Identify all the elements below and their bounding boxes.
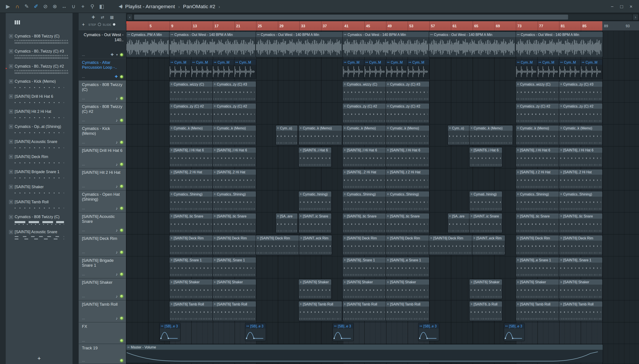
picker-add-button[interactable]: +	[38, 355, 41, 362]
track-menu-dots[interactable]: ...	[82, 141, 85, 144]
speaker-icon[interactable]: ◀)	[119, 4, 122, 9]
track-header[interactable]: Cymatics - Altar Percussion Loop -.....✚	[79, 58, 126, 80]
clip[interactable]: ≡[SAINT6]..tic Snare	[559, 213, 602, 233]
zoom-icon[interactable]: ⚲	[88, 3, 97, 10]
clip[interactable]: ↦Cym..M	[386, 60, 407, 79]
clip[interactable]: ≡[SAINT6] Tamb Roll	[299, 301, 342, 321]
clip[interactable]: ↦Cym..M	[191, 60, 213, 79]
track-header[interactable]: [SAINT6] Deck Rim...♪	[79, 234, 126, 256]
track-enable-led[interactable]	[120, 163, 123, 166]
track-enable-led[interactable]	[120, 119, 123, 122]
stretch-icon[interactable]: ↔	[60, 3, 69, 10]
clip[interactable]: ↦Cymatics - Out West - 140 BPM A Min	[516, 32, 603, 57]
clip[interactable]: ≡[SAINT..eck Rim	[472, 236, 505, 255]
clip[interactable]: ≡[SAINT6..b Roll	[469, 301, 502, 321]
clip[interactable]: ≡Cymatics..wizzy (C)	[170, 81, 213, 101]
step-toggle[interactable]	[98, 23, 101, 26]
track-lane[interactable]: ≡[SAINT6]..2 Hi Hat≡[SAINT6]..2 Hi Hat≡[…	[126, 168, 639, 190]
track-header[interactable]: Cymatics - 808 Twizzy (C) #2...♪	[79, 103, 126, 124]
clip[interactable]: ≡[SAINT6]..l Hi Hat 6	[386, 148, 429, 167]
picker-item[interactable]: ▶≡Cymatics - 80..Twizzy (C) #2	[6, 63, 73, 78]
track-menu-dots[interactable]: ...	[82, 339, 85, 342]
clip[interactable]: ≡Cymatics..Shining)	[343, 191, 386, 211]
track-menu-dots[interactable]: ...	[82, 75, 85, 78]
track-header[interactable]: [SAINT6] Shaker...♪	[79, 278, 126, 300]
track-header[interactable]: Cymatics - Out West - 140.....✚▾	[79, 31, 126, 59]
clip[interactable]: ≡[SAINT..ic Snare	[299, 213, 331, 233]
clip[interactable]: ≡Cymatics..Shining)	[559, 191, 602, 211]
track-enable-led[interactable]	[120, 359, 123, 362]
headphones-icon[interactable]: ∩	[13, 3, 22, 10]
clip[interactable]: ≡[SAINT6] Deck Rim	[256, 236, 299, 255]
clip[interactable]: ≡[SAINT6] Shaker	[386, 279, 429, 299]
timeline-ruler[interactable]: 5913172125293337414549535761656973778185…	[126, 21, 639, 31]
clip[interactable]: ↦Cymatics - Out West - 140 BPM A Min	[170, 32, 256, 57]
picker-item[interactable]: ≡[SAINT6] Brigade Snare 1	[6, 168, 73, 183]
clip[interactable]: ≡[SAINT6] Deck Rim	[170, 236, 213, 255]
clip[interactable]: ≡Cymatics..Shining)	[170, 191, 213, 211]
picker-item[interactable]: ≡Cymatics - 808 Twizzy (C)	[6, 213, 73, 228]
track-menu-dots[interactable]: ...	[82, 317, 85, 320]
track-lane[interactable]: ≡[SAINT6] Shaker≡[SAINT6] Shaker≡[SAINT6…	[126, 278, 639, 300]
track-menu-dots[interactable]: ...	[82, 185, 85, 188]
clip[interactable]: ↦Cymatics - Out West - 140 BPM A Min	[429, 32, 516, 57]
track-enable-led[interactable]	[120, 251, 123, 254]
picker-columns-icon[interactable]	[15, 20, 20, 24]
clip[interactable]: ≡[SAINT..ic Snare	[469, 213, 502, 233]
clip[interactable]: ↦Cym..M	[170, 60, 191, 79]
track-menu-dots[interactable]: ...	[82, 207, 85, 210]
picker-item[interactable]: ≡[SAINT6] Acoustic Snare	[6, 138, 73, 153]
clip[interactable]: ≡[SAINT6] Tamb Roll	[516, 301, 559, 321]
track-menu-dots[interactable]: ...	[82, 251, 85, 254]
clip[interactable]: ≡[SAINT6]..Snare 1	[559, 257, 602, 277]
clip[interactable]: ↦Cym..M	[213, 60, 234, 79]
clip[interactable]: ≡[SAINT6]..tic Snare	[213, 213, 256, 233]
track-header[interactable]: Cymatics - 808 Twizzy (C)...♪	[79, 81, 126, 103]
track-menu-dots[interactable]: ...	[82, 53, 85, 56]
clip[interactable]: ↦Cym..M	[408, 60, 429, 79]
clip[interactable]: ≡Cymati..hining)	[469, 191, 502, 211]
clip[interactable]: ≡[SAINT6] Tamb Roll	[559, 301, 602, 321]
clip[interactable]: ≡[SAINT6] Tamb Roll	[213, 301, 256, 321]
play-icon[interactable]: ▶	[3, 3, 13, 10]
clip[interactable]: ≡[SAINT6] Deck Rim	[213, 236, 256, 255]
magnet-icon[interactable]: ∪	[69, 3, 78, 10]
clip[interactable]: ≡Cymatics..zy (C) #2	[386, 104, 429, 123]
track-lane[interactable]: ≡Cymatics..Shining)≡Cymatics..Shining)≡C…	[126, 191, 639, 212]
slide-toggle[interactable]	[113, 23, 115, 26]
clip[interactable]: ≡[SAINT6] Shaker	[343, 279, 386, 299]
draw-icon[interactable]: ✎	[22, 3, 31, 10]
clip[interactable]: ↦[SB]..e 3	[245, 323, 266, 341]
clip[interactable]: ≡[SAINT6]..e Snare 1	[516, 257, 559, 277]
track-header[interactable]: Cymatics - Open Hat (Shining)...♪	[79, 191, 126, 212]
clip[interactable]: ≡Cymatics..zy (C) #2	[343, 104, 386, 123]
track-lane[interactable]: ≡[SAINT6]..l Hi Hat 6≡[SAINT6]..l Hi Hat…	[126, 146, 639, 168]
clip[interactable]: ≡[SAINT6] Tamb Roll	[386, 301, 429, 321]
clip[interactable]: ≡[SAINT6]..tic Snare	[343, 213, 386, 233]
track-lane[interactable]: ↦Cym..M↦Cym..M↦Cym..M↦Cym..M↦Cym..M↦Cym.…	[126, 58, 639, 80]
track-header[interactable]: [SAINT6] Drill Hi Hat 6...♪	[79, 146, 126, 168]
clip[interactable]: ≡Cymatics..zy (C) #2	[170, 104, 213, 123]
track-header[interactable]: [SAINT6] Acoustic Snare...♪	[79, 212, 126, 234]
clip[interactable]: ≡[SAINT6]..l Hi Hat 6	[213, 148, 256, 167]
picker-item[interactable]: ≡[SAINT6] Drill Hi Hat 6	[6, 93, 73, 108]
clip[interactable]: ≡Cymatics..zy (C) #2	[516, 104, 559, 123]
clip[interactable]: ↦Cymatics - Out West - 140 BPM A Min	[256, 32, 343, 57]
clip[interactable]: ≡[SAINT6]..tic Snare	[386, 213, 429, 233]
clip[interactable]: ≡Cymatics..zy (C) #3	[386, 81, 429, 101]
clip[interactable]: ↦Cym..M	[516, 60, 537, 79]
clip[interactable]: ≡[SAINT6]..t 2 Hi Hat	[516, 169, 559, 189]
track-lane[interactable]: ↦[SB]..e 3↦[SB]..e 3↦[SB]..e 3↦[SB]..e 3…	[126, 322, 639, 344]
clip[interactable]: ≡[SAINT6]..l Hi Hat 6	[559, 148, 602, 167]
track-enable-led[interactable]	[120, 185, 123, 188]
clip[interactable]: ≡Cymatic..k (Memo)	[343, 126, 386, 145]
clip[interactable]: ≡[SAINT6]..t 2 Hi Hat	[386, 169, 429, 189]
timeline-selected-region[interactable]	[126, 21, 602, 30]
clip[interactable]: ≡Cymatic..k (Memo)	[469, 126, 513, 145]
clip[interactable]: ≡Cym..o)	[276, 126, 297, 145]
track-lane[interactable]: ≡Cymatics..wizzy (C)≡Cymatics..zy (C) #3…	[126, 81, 639, 103]
track-menu-dots[interactable]: ...	[82, 97, 85, 100]
track-lane[interactable]: ∞Master - Volume	[126, 344, 639, 364]
scroll-left-button[interactable]: ‹	[127, 14, 132, 20]
clip[interactable]: ≡[SAINT6]..2 Hi Hat	[213, 169, 256, 189]
